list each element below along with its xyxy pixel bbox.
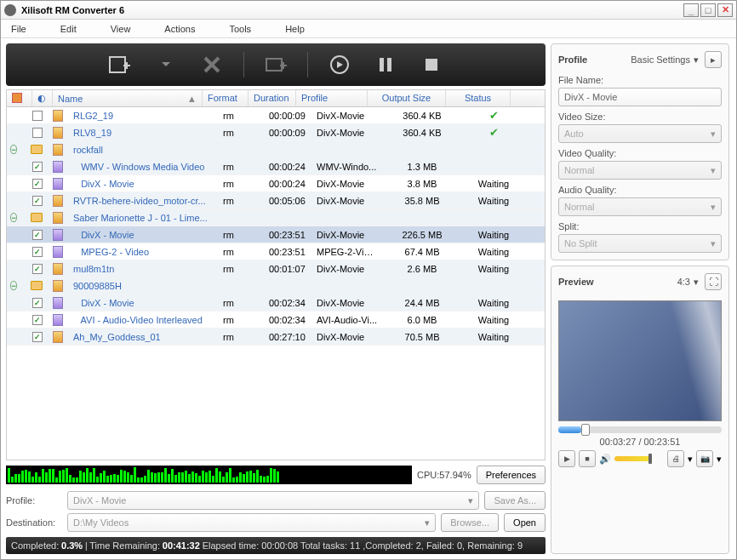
- remove-button[interactable]: [197, 50, 226, 79]
- table-row[interactable]: ✓Ah_My_Goddess_01rm00:27:10DivX-Movie70.…: [7, 329, 545, 346]
- checkbox[interactable]: ✓: [32, 179, 43, 189]
- table-row[interactable]: RLG2_19rm00:00:09DivX-Movie360.4 KB✔: [7, 107, 545, 124]
- collapse-icon[interactable]: −: [10, 213, 16, 222]
- row-size: 67.4 MB: [383, 247, 461, 257]
- filename-input[interactable]: DivX - Movie: [558, 88, 722, 106]
- row-format: rm: [218, 179, 264, 189]
- col-size[interactable]: Output Size: [368, 90, 446, 106]
- row-duration: 00:27:10: [264, 332, 311, 342]
- main-toolbar: [6, 43, 546, 86]
- preview-video[interactable]: [558, 300, 722, 421]
- browse-button[interactable]: Browse...: [441, 513, 499, 532]
- checkbox[interactable]: [32, 128, 43, 138]
- table-row[interactable]: −Saber Marionette J - 01 - Lime...: [7, 209, 545, 226]
- pause-button[interactable]: [371, 50, 400, 79]
- snapshot-folder-button[interactable]: 🖨: [667, 450, 684, 467]
- fullscreen-button[interactable]: ⛶: [705, 273, 722, 290]
- video-size-select[interactable]: Auto▾: [558, 124, 722, 143]
- row-status: Waiting: [461, 230, 526, 240]
- profile-combo[interactable]: DivX - Movie▾: [67, 491, 479, 510]
- preferences-button[interactable]: Preferences: [477, 466, 546, 484]
- table-row[interactable]: RLV8_19rm00:00:09DivX-Movie360.4 KB✔: [7, 124, 545, 141]
- row-status: Waiting: [461, 332, 526, 342]
- svg-rect-1: [266, 59, 282, 71]
- table-row[interactable]: ✓ DivX - Movierm00:02:34DivX-Movie24.4 M…: [7, 294, 545, 311]
- collapse-icon[interactable]: −: [10, 281, 16, 290]
- volume-slider[interactable]: [614, 456, 652, 461]
- checkbox[interactable]: ✓: [32, 162, 43, 172]
- close-button[interactable]: ✕: [717, 3, 733, 17]
- volume-icon[interactable]: 🔊: [599, 454, 611, 465]
- row-profile: DivX-Movie: [311, 298, 383, 308]
- table-row[interactable]: ✓ WMV - Windows Media Videorm00:00:24WMV…: [7, 158, 545, 175]
- collapse-icon[interactable]: −: [10, 145, 16, 154]
- row-size: 1.3 MB: [383, 162, 461, 172]
- row-name: AVI - Audio-Video Interleaved: [68, 315, 218, 325]
- row-profile: DivX-Movie: [311, 111, 383, 121]
- checkbox[interactable]: [32, 111, 43, 121]
- stop-button[interactable]: [417, 50, 446, 79]
- row-name: DivX - Movie: [68, 230, 218, 240]
- row-name: RVTR-behere-ivideo_motor-cr...: [68, 196, 218, 206]
- col-format[interactable]: Format: [203, 90, 249, 106]
- open-button[interactable]: Open: [504, 513, 546, 532]
- add-profile-button[interactable]: [261, 50, 290, 79]
- video-icon: [53, 144, 63, 156]
- cpu-label: CPU:57.94%: [417, 470, 471, 480]
- checkbox[interactable]: ✓: [32, 230, 43, 240]
- col-type-icon[interactable]: ◐: [32, 90, 53, 106]
- table-row[interactable]: −rockfall: [7, 141, 545, 158]
- table-row[interactable]: ✓ DivX - Movierm00:00:24DivX-Movie3.8 MB…: [7, 175, 545, 192]
- menu-tools[interactable]: Tools: [229, 24, 251, 34]
- add-file-button[interactable]: [106, 50, 134, 79]
- table-row[interactable]: ✓ AVI - Audio-Video Interleavedrm00:02:3…: [7, 311, 545, 329]
- table-row[interactable]: −90009885H: [7, 277, 545, 294]
- expand-panel-button[interactable]: ▸: [705, 51, 722, 68]
- aspect-ratio-dropdown[interactable]: 4:3: [677, 277, 690, 287]
- play-button[interactable]: ▶: [558, 450, 575, 467]
- basic-settings-dropdown[interactable]: Basic Settings: [631, 54, 690, 65]
- row-name: RLV8_19: [68, 128, 218, 138]
- save-as-button[interactable]: Save As...: [484, 491, 546, 510]
- status-ok-icon: ✔: [489, 126, 499, 139]
- col-profile[interactable]: Profile: [296, 90, 368, 106]
- svg-rect-0: [110, 57, 125, 72]
- table-row[interactable]: ✓ DivX - Movierm00:23:51DivX-Movie226.5 …: [7, 226, 545, 243]
- col-name[interactable]: Name▲: [53, 90, 203, 106]
- split-select[interactable]: No Split▾: [558, 234, 722, 253]
- stop-preview-button[interactable]: ■: [579, 450, 596, 467]
- row-format: rm: [218, 230, 264, 240]
- row-name: DivX - Movie: [68, 298, 218, 308]
- table-row[interactable]: ✓mul8m1tnrm00:01:07DivX-Movie2.6 MBWaiti…: [7, 260, 545, 277]
- checkbox[interactable]: ✓: [32, 315, 43, 325]
- menu-actions[interactable]: Actions: [164, 24, 195, 34]
- menu-view[interactable]: View: [111, 24, 131, 34]
- maximize-button[interactable]: □: [700, 3, 716, 17]
- table-row[interactable]: ✓ MPEG-2 - Videorm00:23:51MPEG-2-Video67…: [7, 243, 545, 260]
- destination-combo[interactable]: D:\My Videos▾: [67, 513, 436, 532]
- col-status[interactable]: Status: [446, 90, 511, 106]
- table-row[interactable]: ✓RVTR-behere-ivideo_motor-cr...rm00:05:0…: [7, 192, 545, 209]
- checkbox[interactable]: ✓: [32, 298, 43, 308]
- seek-bar[interactable]: [558, 426, 722, 433]
- col-check[interactable]: [7, 90, 32, 106]
- audio-quality-select[interactable]: Normal▾: [558, 197, 722, 216]
- checkbox[interactable]: ✓: [32, 264, 43, 274]
- checkbox[interactable]: ✓: [32, 332, 43, 342]
- video-quality-select[interactable]: Normal▾: [558, 161, 722, 180]
- menu-edit[interactable]: Edit: [60, 24, 77, 34]
- row-name: Ah_My_Goddess_01: [68, 332, 218, 342]
- snapshot-button[interactable]: 📷: [696, 450, 713, 467]
- add-dropdown-icon[interactable]: [151, 50, 180, 79]
- row-size: 2.6 MB: [383, 264, 461, 274]
- checkbox[interactable]: ✓: [32, 196, 43, 206]
- preview-time: 00:03:27 / 00:23:51: [558, 437, 722, 447]
- checkbox[interactable]: ✓: [32, 247, 43, 257]
- minimize-button[interactable]: _: [683, 3, 699, 17]
- row-name: RLG2_19: [68, 111, 218, 121]
- convert-button[interactable]: [325, 50, 354, 79]
- col-duration[interactable]: Duration: [249, 90, 296, 106]
- menu-file[interactable]: File: [11, 24, 26, 34]
- profile-panel: Profile Basic Settings▾ ▸ File Name: Div…: [551, 43, 729, 260]
- menu-help[interactable]: Help: [285, 24, 305, 34]
